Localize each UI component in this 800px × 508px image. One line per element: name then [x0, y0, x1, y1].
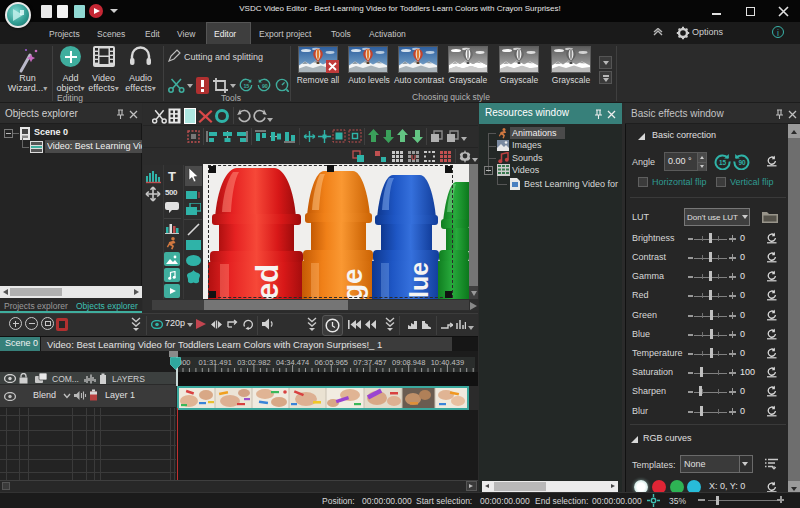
svg-text:15: 15: [719, 159, 727, 166]
svg-text:06:05.965: 06:05.965: [315, 358, 348, 367]
svg-text:90: 90: [739, 159, 747, 166]
svg-text:03:02.982: 03:02.982: [237, 358, 270, 367]
svg-text:04:34.474: 04:34.474: [276, 358, 309, 367]
svg-text:90: 90: [262, 83, 268, 89]
svg-text:07:37.457: 07:37.457: [353, 358, 386, 367]
svg-text:10:40.439: 10:40.439: [431, 358, 464, 367]
svg-text:15: 15: [243, 83, 249, 89]
svg-text:01:31.491: 01:31.491: [199, 358, 232, 367]
svg-text:09:08.948: 09:08.948: [392, 358, 425, 367]
